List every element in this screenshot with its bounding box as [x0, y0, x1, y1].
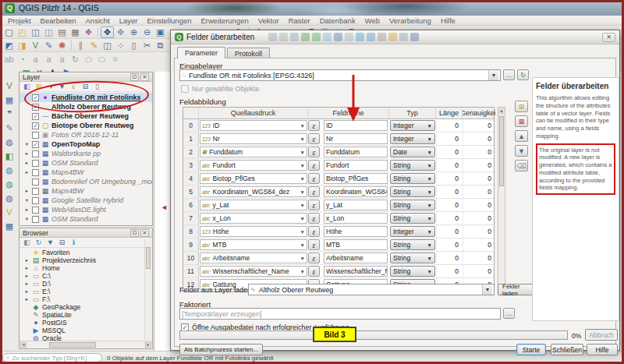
iterate-layer-button[interactable]: ↻ [517, 69, 529, 80]
add-wms-icon[interactable]: ◍ [2, 164, 16, 177]
browser-item[interactable]: ✎ SpatiaLite [20, 311, 152, 319]
expander-icon[interactable] [24, 141, 30, 147]
scroll-thumb[interactable] [49, 342, 96, 348]
menu-item[interactable]: Vektor [254, 16, 284, 26]
add-spatialite-icon[interactable]: ✎ [2, 122, 16, 135]
highlight-labels-icon[interactable]: a [42, 54, 55, 65]
add-vector-layer-icon[interactable]: V [2, 80, 16, 93]
scroll-thumb[interactable] [499, 116, 504, 186]
field-name-input[interactable]: ID [324, 120, 388, 131]
dialog-close-icon[interactable]: ✕ [602, 33, 615, 42]
field-type-combobox[interactable]: String▼ [390, 213, 435, 224]
browser-item[interactable]: ▭ C:\ [20, 272, 152, 280]
field-name-input[interactable]: MTB [324, 239, 388, 250]
field-name-input[interactable]: Biotop_PflGes [324, 173, 388, 184]
field-length-value[interactable]: 0 [436, 239, 463, 251]
expression-builder-button[interactable]: ε [308, 186, 320, 197]
layer-checkbox[interactable] [32, 94, 39, 101]
field-name-input[interactable]: Wissenschaftlicher_Name [324, 266, 388, 277]
layer-item[interactable]: — Bäche Oberer Reutweg [20, 111, 152, 121]
output-field[interactable]: [Temporärlayer erzeugen] [179, 308, 501, 320]
expression-builder-button[interactable]: ε [308, 253, 320, 263]
menu-item[interactable]: Projekt [3, 16, 36, 26]
scroll-right-icon[interactable]: ► [145, 342, 151, 348]
menu-item[interactable]: Bearbeiten [36, 16, 81, 26]
move-field-down-icon[interactable]: ▼ [515, 145, 528, 157]
field-name-input[interactable]: Koordinaten_WGS84_dez [324, 186, 388, 197]
add-group-icon[interactable]: ⊞ [34, 82, 44, 91]
expander-icon[interactable] [24, 160, 30, 166]
expander-icon[interactable] [24, 288, 30, 295]
expander-icon[interactable] [24, 273, 30, 279]
expression-builder-button[interactable]: ε [308, 213, 320, 224]
tab-parameter[interactable]: Parameter [177, 47, 225, 58]
save-project-as-icon[interactable]: ◫ [42, 27, 55, 38]
layer-item[interactable]: — Altholz Oberer Reutweg [20, 102, 152, 111]
layer-checkbox[interactable] [32, 178, 39, 186]
zoom-native-icon[interactable]: ▣ [154, 27, 167, 38]
new-virtual-layer-icon[interactable]: ▦ [2, 220, 16, 233]
add-postgis-icon[interactable]: ◍ [2, 136, 16, 149]
close-panel-icon[interactable]: ✕ [140, 73, 149, 81]
new-project-icon[interactable]: ▢ [2, 27, 16, 38]
browser-item[interactable]: ▶ MSSQL [20, 327, 152, 334]
expander-icon[interactable] [24, 281, 30, 287]
field-type-combobox[interactable]: String▼ [390, 266, 435, 277]
field-length-value[interactable]: 0 [436, 133, 463, 145]
rotate-label-icon[interactable]: ↻ [69, 54, 82, 65]
field-name-input[interactable]: Funddatum [324, 147, 388, 157]
field-type-combobox[interactable]: Integer▼ [390, 226, 435, 237]
source-expression-combobox[interactable]: abc x_Lon ▼ [200, 213, 307, 224]
field-length-value[interactable]: 0 [436, 199, 463, 211]
add-delimited-text-icon[interactable]: ❞ [2, 108, 16, 121]
browse-input-button[interactable]: … [503, 69, 515, 80]
field-precision-value[interactable]: 0 [463, 186, 495, 198]
layer-item[interactable]: ▦ OpenTopoMap [20, 140, 152, 149]
expander-icon[interactable] [24, 296, 30, 302]
field-name-input[interactable]: Nr [324, 133, 388, 144]
expander-icon[interactable] [24, 216, 30, 222]
field-name-input[interactable]: y_Lat [324, 200, 388, 210]
layer-checkbox[interactable] [32, 160, 39, 167]
browse-output-button[interactable]: … [503, 308, 515, 319]
new-layout-icon[interactable]: ▤ [55, 27, 69, 38]
toggle-editing-icon[interactable]: ✎ [87, 40, 101, 51]
menu-item[interactable]: Datenbank [315, 16, 360, 26]
float-panel-icon[interactable]: ⊡ [130, 73, 139, 81]
browser-item[interactable]: ▭ F:\ [20, 295, 152, 303]
browser-item[interactable]: ◍ Oracle [20, 334, 152, 341]
expression-builder-button[interactable]: ε [308, 200, 320, 210]
load-fields-combobox[interactable]: ∿ Altholz Oberer Reutweg ▼ [248, 284, 495, 295]
source-expression-combobox[interactable]: 123 Nr ▼ [200, 133, 307, 144]
cut-features-icon[interactable]: ✂ [140, 40, 154, 51]
toolbar-icon[interactable] [69, 40, 74, 51]
layer-checkbox[interactable] [32, 141, 39, 148]
add-wms-layer-icon[interactable]: ◨ [16, 40, 29, 51]
filter-legend-icon[interactable]: ▼ [57, 82, 67, 91]
reset-fields-icon[interactable]: ⌫ [515, 160, 528, 171]
field-precision-value[interactable]: 0 [463, 119, 495, 132]
add-spatialite-layer-icon[interactable]: ✎ [42, 40, 55, 51]
pan-to-selection-icon[interactable]: ✥ [114, 27, 127, 38]
layer-diagram-icon[interactable]: ◔ [16, 54, 29, 65]
layer-checkbox[interactable] [32, 169, 39, 176]
load-fields-button[interactable]: Felder laden [498, 284, 534, 295]
field-precision-value[interactable]: 0 [463, 265, 495, 277]
browser-item[interactable]: ⌂ Home [20, 264, 152, 272]
menu-item[interactable]: Layer [115, 16, 143, 26]
layer-checkbox[interactable] [32, 113, 39, 120]
source-expression-combobox[interactable]: abc y_Lat ▼ [200, 200, 307, 210]
field-precision-value[interactable]: 0 [463, 252, 495, 264]
source-expression-combobox[interactable]: abc Fundort ▼ [200, 160, 307, 171]
field-name-input[interactable]: Fundort [324, 160, 388, 171]
toolbar-icon[interactable] [95, 27, 101, 38]
add-layer-group-icon[interactable]: ◧ [2, 150, 16, 163]
layer-item[interactable]: ▦ Maps4BW [20, 186, 152, 196]
field-type-combobox[interactable]: String▼ [390, 173, 435, 184]
field-precision-value[interactable]: 0 [463, 159, 495, 171]
menu-item[interactable]: Web [360, 16, 385, 26]
field-length-value[interactable]: 0 [436, 119, 463, 132]
manage-themes-icon[interactable]: ◑ [45, 82, 55, 91]
field-precision-value[interactable]: 0 [463, 239, 495, 251]
vertex-tool-icon[interactable]: ⁘ [114, 40, 127, 51]
